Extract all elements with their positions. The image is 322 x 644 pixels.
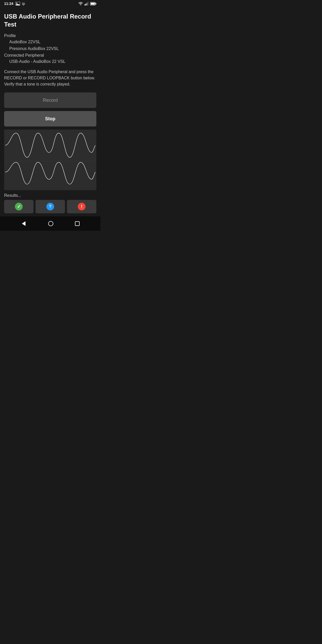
profile-label: Profile — [4, 33, 96, 38]
help-icon: ? — [46, 203, 54, 210]
instruction-text: Connect the USB Audio Peripheral and pre… — [4, 69, 96, 87]
svg-rect-9 — [96, 3, 96, 4]
record-button[interactable]: Record — [4, 92, 96, 108]
back-icon — [21, 221, 27, 226]
svg-rect-8 — [91, 3, 95, 5]
waveform-svg — [5, 131, 95, 189]
svg-marker-2 — [15, 4, 20, 5]
image-icon — [15, 2, 20, 5]
connected-value: USB-Audio - AudioBox 22 VSL — [4, 58, 96, 65]
home-icon — [48, 221, 54, 226]
status-icons — [78, 2, 96, 5]
svg-point-1 — [16, 3, 17, 4]
result-pass-button[interactable]: ✓ — [4, 200, 33, 213]
page-title: USB Audio Peripheral Record Test — [4, 12, 96, 28]
svg-rect-5 — [87, 3, 87, 5]
profile-name: AudioBox 22VSL — [4, 39, 96, 45]
signal-icon — [84, 2, 89, 5]
svg-rect-3 — [84, 4, 85, 5]
recents-icon — [75, 221, 80, 226]
main-content: USB Audio Peripheral Record Test Profile… — [0, 7, 100, 216]
results-buttons: ✓ ? ! — [4, 200, 96, 213]
results-label: Results... — [4, 193, 96, 198]
result-help-button[interactable]: ? — [36, 200, 65, 213]
waveform-display — [4, 130, 96, 190]
nav-bar — [0, 216, 100, 231]
result-error-button[interactable]: ! — [67, 200, 96, 213]
recents-button[interactable] — [75, 221, 80, 226]
svg-marker-11 — [22, 221, 26, 226]
ip-label: ip — [22, 2, 25, 6]
status-bar: 11:24 ip — [0, 0, 100, 7]
pass-icon: ✓ — [15, 203, 23, 210]
svg-point-12 — [48, 221, 53, 226]
battery-icon — [90, 2, 96, 5]
svg-rect-6 — [88, 2, 88, 5]
profile-section: Profile AudioBox 22VSL Presonus AudioBox… — [4, 33, 96, 65]
back-button[interactable] — [21, 221, 27, 226]
status-time: 11:24 — [4, 2, 13, 6]
svg-rect-4 — [86, 4, 86, 5]
stop-button[interactable]: Stop — [4, 111, 96, 126]
connected-label: Connected Peripheral — [4, 53, 96, 58]
home-button[interactable] — [48, 221, 54, 226]
wifi-icon — [78, 2, 83, 5]
profile-sub: Presonus AudioBox 22VSL — [4, 45, 96, 52]
svg-rect-13 — [75, 222, 79, 226]
error-icon: ! — [78, 203, 86, 210]
